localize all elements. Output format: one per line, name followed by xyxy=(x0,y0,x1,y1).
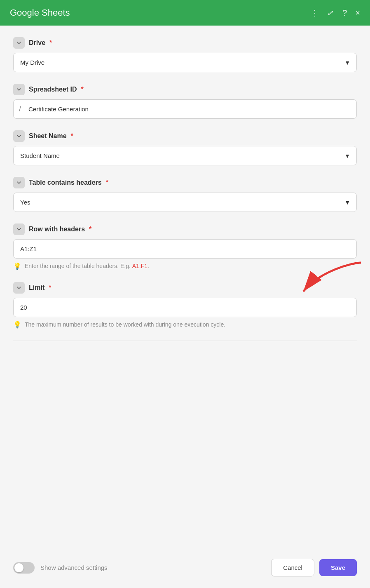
table-headers-label-row: Table contains headers * xyxy=(13,177,357,188)
limit-field-group: Limit * 💡 The maximum number of results xyxy=(13,282,357,329)
row-headers-input[interactable] xyxy=(13,239,357,259)
spreadsheet-collapse-btn[interactable] xyxy=(13,84,25,95)
limit-hint-icon: 💡 xyxy=(13,321,21,329)
more-icon[interactable]: ⋮ xyxy=(311,8,319,18)
expand-icon[interactable]: ⤢ xyxy=(327,8,334,18)
advanced-settings-toggle[interactable] xyxy=(13,562,35,574)
table-headers-select[interactable]: Yes No xyxy=(13,193,357,212)
row-headers-hint-text: Enter the range of the table headers. E.… xyxy=(25,262,149,270)
table-headers-select-wrapper: Yes No ▼ xyxy=(13,193,357,212)
drive-label: Drive xyxy=(29,39,45,47)
spreadsheet-id-input-wrapper: / xyxy=(13,99,357,119)
limit-required: * xyxy=(49,284,51,292)
spreadsheet-id-required: * xyxy=(81,86,83,93)
row-headers-required: * xyxy=(89,226,91,233)
drive-field-group: Drive * My Drive Shared Drive ▼ xyxy=(13,37,357,72)
limit-input[interactable] xyxy=(13,298,357,317)
save-button[interactable]: Save xyxy=(319,559,357,576)
limit-input-container xyxy=(13,298,357,317)
row-headers-hint: 💡 Enter the range of the table headers. … xyxy=(13,262,357,270)
row-headers-field-group: Row with headers * 💡 Enter the range of … xyxy=(13,223,357,270)
footer: Show advanced settings Cancel Save xyxy=(0,550,370,588)
spreadsheet-id-label-row: Spreadsheet ID * xyxy=(13,84,357,95)
table-headers-collapse-btn[interactable] xyxy=(13,177,25,188)
header-actions: ⋮ ⤢ ? × xyxy=(311,8,360,18)
sheet-name-field-group: Sheet Name * Student Name ▼ xyxy=(13,130,357,165)
limit-collapse-btn[interactable] xyxy=(13,282,25,294)
advanced-settings-row: Show advanced settings xyxy=(13,562,108,574)
limit-label: Limit xyxy=(29,284,44,292)
sheet-name-select-wrapper: Student Name ▼ xyxy=(13,146,357,165)
table-headers-required: * xyxy=(106,179,108,186)
sheet-name-select[interactable]: Student Name xyxy=(13,146,357,165)
footer-divider xyxy=(13,341,357,341)
sheet-name-label-row: Sheet Name * xyxy=(13,130,357,142)
drive-required: * xyxy=(49,39,52,47)
table-headers-label: Table contains headers xyxy=(29,179,102,186)
drive-collapse-btn[interactable] xyxy=(13,37,25,49)
close-icon[interactable]: × xyxy=(355,8,360,18)
footer-buttons: Cancel Save xyxy=(271,559,357,576)
row-headers-label: Row with headers xyxy=(29,226,85,233)
row-headers-collapse-btn[interactable] xyxy=(13,223,25,235)
sheet-name-label: Sheet Name xyxy=(29,132,67,140)
sheet-name-required: * xyxy=(71,132,73,140)
drive-select-wrapper: My Drive Shared Drive ▼ xyxy=(13,53,357,72)
row-headers-hint-icon: 💡 xyxy=(13,262,21,270)
limit-hint: 💡 The maximum number of results to be wo… xyxy=(13,320,357,329)
row-headers-label-row: Row with headers * xyxy=(13,223,357,235)
spreadsheet-id-input[interactable] xyxy=(13,99,357,119)
advanced-settings-label: Show advanced settings xyxy=(40,564,108,571)
spreadsheet-id-field-group: Spreadsheet ID * / xyxy=(13,84,357,119)
spreadsheet-id-label: Spreadsheet ID xyxy=(29,86,77,93)
limit-hint-text: The maximum number of results to be work… xyxy=(25,320,225,329)
main-content: Drive * My Drive Shared Drive ▼ Spreadsh… xyxy=(0,26,370,550)
cancel-button[interactable]: Cancel xyxy=(271,559,314,576)
limit-label-row: Limit * xyxy=(13,282,357,294)
sheet-name-collapse-btn[interactable] xyxy=(13,130,25,142)
drive-label-row: Drive * xyxy=(13,37,357,49)
row-headers-hint-highlight: A1:F1 xyxy=(132,263,148,269)
app-title: Google Sheets xyxy=(10,7,70,18)
app-header: Google Sheets ⋮ ⤢ ? × xyxy=(0,0,370,26)
table-headers-field-group: Table contains headers * Yes No ▼ xyxy=(13,177,357,212)
drive-select[interactable]: My Drive Shared Drive xyxy=(13,53,357,72)
help-icon[interactable]: ? xyxy=(342,8,347,18)
